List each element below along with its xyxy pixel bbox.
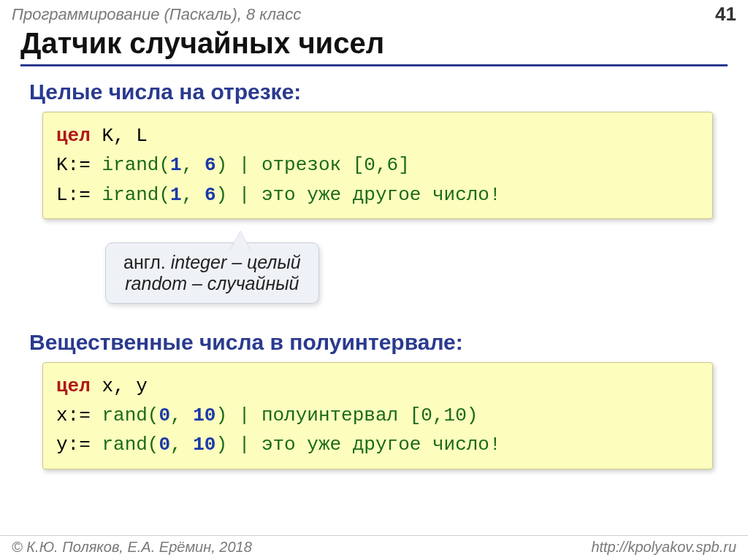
func-name: irand( <box>102 154 170 176</box>
topbar: Программирование (Паскаль), 8 класс 41 <box>0 0 748 26</box>
code-line: x:= rand(0, 10) | полуинтервал [0,10) <box>56 401 699 430</box>
func-name: irand( <box>102 184 170 206</box>
content: Целые числа на отрезке: цел K, L K:= ira… <box>0 66 748 469</box>
section2-heading: Вещественные числа в полуинтервале: <box>29 330 719 355</box>
code-text: ) <box>215 404 227 426</box>
code-text: K, L <box>91 125 148 147</box>
number: 6 <box>205 184 216 206</box>
keyword: цел <box>56 125 91 147</box>
comment: отрезок [0,6] <box>262 154 410 176</box>
breadcrumb: Программирование (Паскаль), 8 класс <box>12 5 301 24</box>
comment: это уже другое число! <box>262 184 501 206</box>
code-text: | <box>227 404 262 426</box>
page-title: Датчик случайных чисел <box>20 27 728 66</box>
footer: © К.Ю. Поляков, Е.А. Ерёмин, 2018 http:/… <box>0 535 748 556</box>
code-text: x:= <box>56 404 102 426</box>
number: 10 <box>193 434 215 456</box>
code-line: цел x, y <box>56 372 699 401</box>
number: 10 <box>193 404 215 426</box>
code-line: L:= irand(1, 6) | это уже другое число! <box>56 180 699 210</box>
code-text: y:= <box>56 434 102 456</box>
code-line: K:= irand(1, 6) | отрезок [0,6] <box>56 150 699 180</box>
comment: полуинтервал [0,10) <box>262 404 478 426</box>
comment: это уже другое число! <box>262 434 501 456</box>
number: 6 <box>205 154 216 176</box>
code-text: | <box>227 184 262 206</box>
note-text: integer – целый <box>171 252 301 272</box>
code-line: y:= rand(0, 10) | это уже другое число! <box>56 430 699 459</box>
number: 1 <box>170 184 182 206</box>
code-text: | <box>227 154 262 176</box>
func-name: rand( <box>102 434 159 456</box>
code-text: x, y <box>91 375 148 397</box>
code-text: ) <box>215 434 227 456</box>
note-line: англ. integer – целый <box>123 252 301 273</box>
code-text: K:= <box>56 154 102 176</box>
number: 0 <box>159 404 170 426</box>
code-text: , <box>170 404 193 426</box>
code-block-2: цел x, y x:= rand(0, 10) | полуинтервал … <box>42 362 713 469</box>
code-text: | <box>227 434 262 456</box>
code-text: L:= <box>56 184 102 206</box>
callout-tail-icon <box>230 231 251 250</box>
code-text: , <box>182 184 205 206</box>
code-text: ) <box>215 154 227 176</box>
code-text: , <box>170 434 193 456</box>
code-text: ) <box>215 184 227 206</box>
keyword: цел <box>56 375 91 397</box>
code-text: , <box>182 154 205 176</box>
number: 1 <box>170 154 182 176</box>
slide: Программирование (Паскаль), 8 класс 41 Д… <box>0 0 748 560</box>
note-line: random – случайный <box>123 273 301 294</box>
number: 0 <box>159 434 170 456</box>
note-text: random – случайный <box>125 273 299 294</box>
copyright: © К.Ю. Поляков, Е.А. Ерёмин, 2018 <box>12 539 252 556</box>
page-number: 41 <box>715 3 736 26</box>
footer-url: http://kpolyakov.spb.ru <box>591 539 736 556</box>
code-block-1: цел K, L K:= irand(1, 6) | отрезок [0,6]… <box>42 112 713 219</box>
note-text: англ. <box>123 252 171 272</box>
section1-heading: Целые числа на отрезке: <box>29 80 719 104</box>
code-line: цел K, L <box>56 121 699 150</box>
note-box: англ. integer – целый random – случайный <box>105 242 319 304</box>
func-name: rand( <box>102 404 159 426</box>
note-callout: англ. integer – целый random – случайный <box>29 235 719 323</box>
